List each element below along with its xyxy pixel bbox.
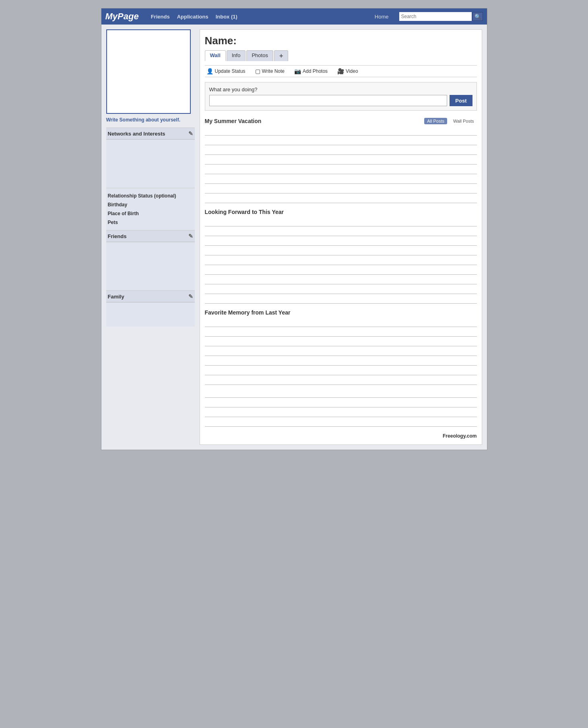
update-status-label: Update Status [215, 68, 246, 74]
section-summer-title: My Summer Vacation [205, 118, 262, 124]
sidebar-section-personal-body: Relationship Status (optional) Birthday … [106, 188, 195, 230]
sidebar-section-friends-title: Friends [108, 233, 127, 239]
line-row [205, 247, 477, 255]
post-button[interactable]: Post [450, 95, 472, 106]
field-pets: Pets [108, 218, 193, 227]
line-row [205, 276, 477, 284]
sidebar-section-family-header: Family ✎ [106, 291, 195, 302]
photo-icon: 📷 [294, 68, 301, 74]
site-logo: MyPage [105, 11, 139, 22]
field-relationship: Relationship Status (optional) [108, 191, 193, 200]
line-row [205, 399, 477, 407]
line-row [205, 218, 477, 226]
profile-name: Name: [205, 35, 477, 47]
sidebar-section-family-body [106, 302, 195, 327]
line-row [205, 295, 477, 304]
line-row [205, 376, 477, 385]
line-row [205, 136, 477, 145]
action-bar: 👤 Update Status ▢ Write Note 📷 Add Photo… [205, 65, 477, 77]
footer-credit: Freeology.com [205, 431, 477, 440]
friends-edit-icon[interactable]: ✎ [188, 233, 193, 239]
sidebar-section-networks: Networks and Interests ✎ [106, 128, 195, 188]
memory-lines [205, 318, 477, 385]
line-row [205, 266, 477, 275]
sidebar-section-friends-header: Friends ✎ [106, 230, 195, 242]
sidebar-section-friends: Friends ✎ [106, 230, 195, 290]
line-row [205, 357, 477, 366]
tab-wall[interactable]: Wall [205, 50, 226, 61]
line-row [205, 194, 477, 203]
line-row [205, 175, 477, 184]
write-note-label: Write Note [262, 68, 285, 74]
nav-home[interactable]: Home [375, 14, 389, 20]
line-row [205, 227, 477, 236]
video-button[interactable]: 🎥 Video [336, 67, 359, 75]
section-memory-header: Favorite Memory from Last Year [205, 308, 477, 316]
search-button[interactable]: 🔍 [472, 12, 483, 21]
filter-wall-posts[interactable]: Wall Posts [450, 118, 477, 124]
status-box-label: What are you doing? [209, 86, 472, 93]
networks-edit-icon[interactable]: ✎ [188, 130, 193, 137]
line-row [205, 127, 477, 136]
header: MyPage Friends Applications Inbox (1) Ho… [101, 8, 487, 25]
extra-lines [205, 389, 477, 427]
line-row [205, 328, 477, 337]
line-row [205, 366, 477, 375]
sidebar-section-family-title: Family [108, 294, 124, 300]
tab-info[interactable]: Info [227, 50, 246, 61]
line-row [205, 389, 477, 398]
nav-friends[interactable]: Friends [151, 14, 170, 20]
sidebar-section-networks-body [106, 140, 195, 188]
write-note-button[interactable]: ▢ Write Note [254, 67, 286, 75]
sidebar-section-friends-body [106, 242, 195, 290]
sidebar-section-networks-header: Networks and Interests ✎ [106, 128, 195, 140]
update-status-button[interactable]: 👤 Update Status [205, 67, 247, 75]
sidebar-section-family: Family ✎ [106, 290, 195, 327]
status-input[interactable] [209, 95, 448, 106]
line-row [205, 337, 477, 346]
field-place-of-birth: Place of Birth [108, 209, 193, 218]
tab-photos[interactable]: Photos [246, 50, 273, 61]
filter-links-summer: All Posts Wall Posts [424, 118, 477, 124]
sidebar-section-networks-title: Networks and Interests [108, 131, 165, 137]
main-nav: Friends Applications Inbox (1) [151, 14, 367, 20]
main-content: Write Something about yourself. Networks… [101, 25, 487, 450]
profile-photo [106, 29, 191, 114]
line-row [205, 156, 477, 165]
line-row [205, 408, 477, 417]
line-row [205, 347, 477, 356]
sidebar: Write Something about yourself. Networks… [106, 29, 195, 445]
line-row [205, 185, 477, 193]
add-photos-label: Add Photos [303, 68, 328, 74]
video-label: Video [346, 68, 358, 74]
line-row [205, 237, 477, 246]
note-icon: ▢ [255, 68, 260, 74]
nav-inbox[interactable]: Inbox (1) [216, 14, 237, 20]
section-forward-header: Looking Forward to This Year [205, 207, 477, 215]
status-input-row: Post [209, 95, 472, 106]
section-summer-header: My Summer Vacation All Posts Wall Posts [205, 116, 477, 124]
sidebar-section-personal: Relationship Status (optional) Birthday … [106, 188, 195, 230]
search-input[interactable] [399, 12, 472, 21]
write-something-link[interactable]: Write Something about yourself. [106, 117, 195, 123]
section-forward-title: Looking Forward to This Year [205, 209, 284, 215]
status-box: What are you doing? Post [205, 82, 477, 111]
summer-lines [205, 127, 477, 203]
family-edit-icon[interactable]: ✎ [188, 293, 193, 300]
tab-plus[interactable]: + [274, 50, 288, 61]
line-row [205, 285, 477, 294]
add-photos-button[interactable]: 📷 Add Photos [293, 67, 329, 75]
line-row [205, 318, 477, 327]
line-row [205, 146, 477, 155]
line-row [205, 165, 477, 174]
nav-applications[interactable]: Applications [177, 14, 208, 20]
video-icon: 🎥 [337, 68, 344, 74]
search-bar: 🔍 [399, 12, 483, 21]
profile-tabs: Wall Info Photos + [205, 50, 477, 61]
field-birthday: Birthday [108, 200, 193, 209]
section-memory-title: Favorite Memory from Last Year [205, 309, 291, 316]
line-row [205, 256, 477, 265]
filter-all-posts[interactable]: All Posts [424, 118, 447, 124]
forward-lines [205, 218, 477, 304]
line-row [205, 418, 477, 427]
